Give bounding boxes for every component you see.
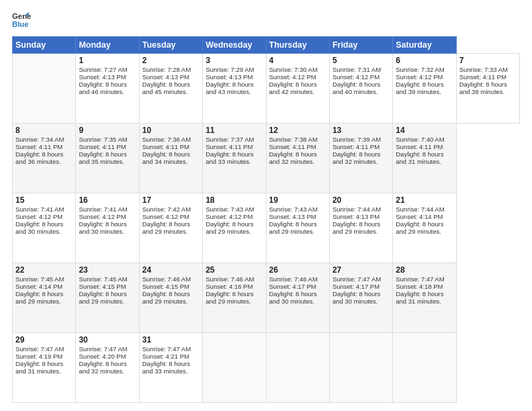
day-number: 6 [396,56,453,65]
daylight-text: Daylight: 8 hours and 29 minutes. [142,220,190,235]
sunrise-text: Sunrise: 7:28 AM [142,66,191,73]
calendar-table: SundayMondayTuesdayWednesdayThursdayFrid… [12,36,520,403]
daylight-text: Daylight: 8 hours and 39 minutes. [396,81,443,95]
calendar-cell: 19Sunrise: 7:43 AMSunset: 4:13 PMDayligh… [266,193,329,263]
daylight-text: Daylight: 8 hours and 30 minutes. [79,220,126,235]
sunrise-text: Sunrise: 7:30 AM [269,66,318,73]
empty-cell [13,54,76,124]
calendar-cell: 26Sunrise: 7:46 AMSunset: 4:17 PMDayligh… [266,263,329,333]
calendar-cell: 18Sunrise: 7:43 AMSunset: 4:12 PMDayligh… [203,193,266,263]
day-number: 17 [142,195,200,205]
calendar-cell: 1Sunrise: 7:27 AMSunset: 4:13 PMDaylight… [76,54,139,124]
daylight-text: Daylight: 8 hours and 29 minutes. [206,220,253,235]
day-number: 1 [79,56,136,65]
sunrise-text: Sunrise: 7:47 AM [142,345,191,353]
day-number: 12 [269,126,326,135]
daylight-text: Daylight: 8 hours and 43 minutes. [206,81,253,95]
sunset-text: Sunset: 4:12 PM [142,213,189,220]
calendar-cell: 12Sunrise: 7:38 AMSunset: 4:11 PMDayligh… [266,124,329,193]
day-number: 31 [142,335,200,345]
sunrise-text: Sunrise: 7:46 AM [142,275,191,283]
day-number: 19 [269,195,326,205]
sunset-text: Sunset: 4:12 PM [15,213,62,220]
sunset-text: Sunset: 4:11 PM [396,143,443,150]
daylight-text: Daylight: 8 hours and 32 minutes. [269,150,317,165]
daylight-text: Daylight: 8 hours and 29 minutes. [396,220,443,235]
calendar-cell: 9Sunrise: 7:35 AMSunset: 4:11 PMDaylight… [76,124,139,193]
day-of-week-header: Wednesday [203,37,266,54]
day-number: 29 [15,335,73,345]
daylight-text: Daylight: 8 hours and 30 minutes. [15,220,63,235]
day-number: 28 [396,265,453,275]
sunrise-text: Sunrise: 7:32 AM [396,66,444,73]
sunset-text: Sunset: 4:11 PM [79,143,126,150]
calendar-cell: 3Sunrise: 7:29 AMSunset: 4:13 PMDaylight… [203,54,266,124]
daylight-text: Daylight: 8 hours and 35 minutes. [79,150,126,165]
daylight-text: Daylight: 8 hours and 29 minutes. [142,290,190,305]
day-number: 16 [79,195,136,205]
daylight-text: Daylight: 8 hours and 32 minutes. [79,360,126,375]
sunset-text: Sunset: 4:21 PM [142,353,189,360]
calendar-cell: 24Sunrise: 7:46 AMSunset: 4:15 PMDayligh… [139,263,202,333]
calendar-cell: 16Sunrise: 7:41 AMSunset: 4:12 PMDayligh… [76,193,139,263]
daylight-text: Daylight: 8 hours and 45 minutes. [142,81,190,95]
sunset-text: Sunset: 4:14 PM [396,213,443,220]
daylight-text: Daylight: 8 hours and 34 minutes. [142,150,190,165]
sunset-text: Sunset: 4:17 PM [332,283,380,290]
sunset-text: Sunset: 4:11 PM [142,143,189,150]
calendar-cell: 29Sunrise: 7:47 AMSunset: 4:19 PMDayligh… [13,333,76,403]
day-number: 27 [332,265,390,275]
sunrise-text: Sunrise: 7:46 AM [206,275,254,283]
calendar-cell: 15Sunrise: 7:41 AMSunset: 4:12 PMDayligh… [13,193,76,263]
calendar-cell: 14Sunrise: 7:40 AMSunset: 4:11 PMDayligh… [393,124,456,193]
daylight-text: Daylight: 8 hours and 38 minutes. [459,81,507,95]
day-number: 20 [332,195,390,205]
day-number: 14 [396,126,453,135]
sunset-text: Sunset: 4:17 PM [269,283,316,290]
calendar-page: General Blue SundayMondayTuesdayWednesda… [0,0,532,411]
day-number: 18 [206,195,263,205]
calendar-cell: 23Sunrise: 7:45 AMSunset: 4:15 PMDayligh… [76,263,139,333]
daylight-text: Daylight: 8 hours and 40 minutes. [332,81,380,95]
svg-text:Blue: Blue [12,20,29,28]
calendar-cell: 6Sunrise: 7:32 AMSunset: 4:12 PMDaylight… [393,54,456,124]
day-number: 15 [15,195,73,205]
day-number: 24 [142,265,200,275]
sunrise-text: Sunrise: 7:34 AM [15,136,64,143]
sunrise-text: Sunrise: 7:39 AM [332,136,381,143]
daylight-text: Daylight: 8 hours and 29 minutes. [269,220,317,235]
calendar-cell: 13Sunrise: 7:39 AMSunset: 4:11 PMDayligh… [329,124,392,193]
daylight-text: Daylight: 8 hours and 29 minutes. [79,290,126,305]
sunset-text: Sunset: 4:15 PM [79,283,126,290]
sunset-text: Sunset: 4:12 PM [396,73,443,81]
day-of-week-header: Monday [76,37,139,54]
sunset-text: Sunset: 4:14 PM [15,283,62,290]
day-of-week-header: Tuesday [139,37,202,54]
day-number: 13 [332,126,390,135]
sunset-text: Sunset: 4:16 PM [206,283,253,290]
sunrise-text: Sunrise: 7:47 AM [332,275,381,283]
day-number: 9 [79,126,136,135]
sunset-text: Sunset: 4:19 PM [15,353,62,360]
sunset-text: Sunset: 4:13 PM [142,73,189,81]
sunrise-text: Sunrise: 7:42 AM [142,205,191,213]
day-of-week-header: Sunday [13,37,76,54]
daylight-text: Daylight: 8 hours and 29 minutes. [206,290,253,305]
sunset-text: Sunset: 4:11 PM [332,143,380,150]
daylight-text: Daylight: 8 hours and 46 minutes. [79,81,126,95]
calendar-cell [329,333,392,403]
logo: General Blue [12,11,31,30]
sunrise-text: Sunrise: 7:29 AM [206,66,254,73]
sunrise-text: Sunrise: 7:47 AM [396,275,444,283]
sunrise-text: Sunrise: 7:43 AM [206,205,254,213]
sunrise-text: Sunrise: 7:47 AM [79,345,127,353]
sunset-text: Sunset: 4:20 PM [79,353,126,360]
sunset-text: Sunset: 4:13 PM [79,73,126,81]
sunrise-text: Sunrise: 7:37 AM [206,136,254,143]
logo-icon: General Blue [12,11,31,30]
day-number: 11 [206,126,263,135]
calendar-cell: 4Sunrise: 7:30 AMSunset: 4:12 PMDaylight… [266,54,329,124]
sunset-text: Sunset: 4:12 PM [269,73,316,81]
sunrise-text: Sunrise: 7:41 AM [15,205,64,213]
day-of-week-header: Saturday [393,37,456,54]
